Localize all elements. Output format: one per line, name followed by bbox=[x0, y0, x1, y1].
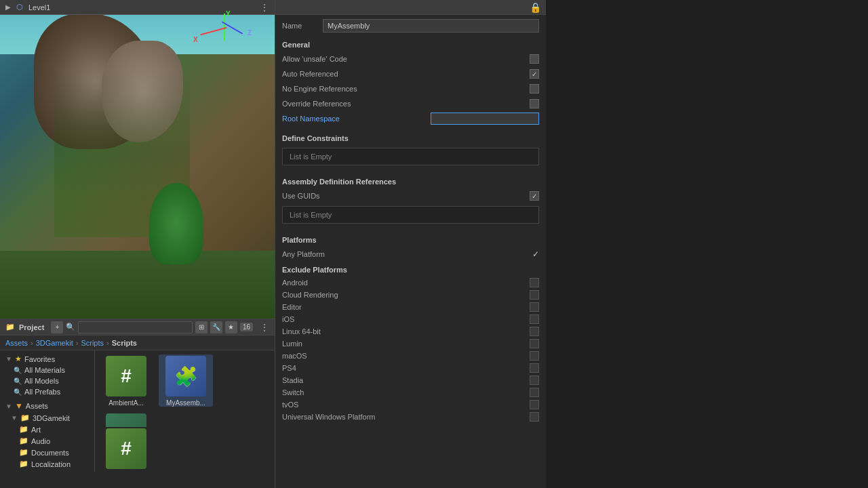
layout-icon[interactable]: ⊞ bbox=[195, 321, 208, 333]
ios-checkbox[interactable] bbox=[530, 314, 539, 324]
linux-checkbox[interactable] bbox=[530, 327, 539, 336]
breadcrumb-sep1: › bbox=[31, 339, 33, 347]
platform-ios: iOS bbox=[275, 313, 546, 325]
override-refs-row: Override References bbox=[275, 96, 546, 111]
file-soundtrack[interactable]: # SoundTrack bbox=[99, 412, 153, 427]
breadcrumb-scripts1[interactable]: Scripts bbox=[81, 339, 104, 347]
platforms-header: Platforms bbox=[275, 232, 546, 247]
search-small-icon2: 🔍 bbox=[14, 378, 22, 385]
editor-label: Editor bbox=[282, 303, 530, 311]
platform-lumin: Lumin bbox=[275, 338, 546, 350]
no-engine-checkbox[interactable] bbox=[530, 84, 539, 94]
ambient-label: AmbientA... bbox=[108, 399, 144, 407]
platform-switch: Switch bbox=[275, 386, 546, 399]
project-title: Project bbox=[19, 323, 44, 331]
myassembly-label: MyAssemb... bbox=[166, 399, 205, 407]
all-models-label: All Models bbox=[24, 377, 59, 385]
android-checkbox[interactable] bbox=[530, 278, 539, 287]
favorites-arrow: ▼ bbox=[5, 355, 12, 363]
general-section-header: General bbox=[275, 37, 546, 52]
tvos-label: tvOS bbox=[282, 401, 530, 409]
breadcrumb-assets[interactable]: Assets bbox=[5, 339, 28, 347]
package-folder-icon: 📁 bbox=[19, 471, 28, 472]
lock-button[interactable]: 🔒 bbox=[528, 1, 542, 14]
name-label: Name bbox=[282, 22, 323, 30]
assets-arrow: ▼ bbox=[5, 403, 12, 410]
file-ambient[interactable]: # AmbientA... bbox=[99, 354, 153, 407]
macos-checkbox[interactable] bbox=[530, 351, 539, 361]
scene-menu-icon[interactable]: ⋮ bbox=[260, 2, 269, 13]
package-folder[interactable]: 📁 Package bbox=[0, 470, 94, 472]
platform-uwp: Universal Windows Platform bbox=[275, 411, 546, 423]
no-engine-row: No Engine References bbox=[275, 81, 546, 96]
scene-expand-icon[interactable]: ▶ bbox=[5, 3, 11, 11]
root-namespace-input[interactable] bbox=[431, 113, 539, 125]
all-materials-item[interactable]: 🔍 All Materials bbox=[0, 365, 94, 375]
documents-folder-icon: 📁 bbox=[19, 448, 28, 457]
search-input[interactable] bbox=[78, 321, 193, 333]
project-menu-icon[interactable]: ⋮ bbox=[260, 322, 269, 333]
bookmark-icon[interactable]: ★ bbox=[225, 321, 237, 333]
search-small-icon3: 🔍 bbox=[14, 388, 22, 396]
add-button[interactable]: + bbox=[51, 321, 63, 333]
tvos-checkbox[interactable] bbox=[530, 400, 539, 409]
audio-folder[interactable]: 📁 Audio bbox=[0, 435, 94, 447]
stadia-checkbox[interactable] bbox=[530, 375, 539, 385]
use-guids-row: Use GUIDs bbox=[275, 188, 546, 203]
favorites-label: Favorites bbox=[24, 355, 55, 363]
all-models-item[interactable]: 🔍 All Models bbox=[0, 375, 94, 386]
search-icon: 🔍 bbox=[66, 323, 75, 331]
platform-ps4: PS4 bbox=[275, 362, 546, 374]
name-input[interactable] bbox=[323, 19, 539, 33]
auto-referenced-row: Auto Referenced bbox=[275, 66, 546, 81]
file-myassembly[interactable]: 🧩 MyAssemb... bbox=[159, 354, 213, 407]
all-prefabs-item[interactable]: 🔍 All Prefabs bbox=[0, 386, 94, 397]
uwp-checkbox[interactable] bbox=[530, 412, 539, 422]
localization-label: Localization bbox=[31, 460, 71, 468]
3dgamekit-label: 3DGamekit bbox=[33, 414, 70, 422]
cloud-checkbox[interactable] bbox=[530, 290, 539, 300]
documents-label: Documents bbox=[31, 449, 69, 457]
documents-folder[interactable]: 📁 Documents bbox=[0, 447, 94, 458]
ios-label: iOS bbox=[282, 315, 530, 323]
root-namespace-label: Root Namespace bbox=[282, 115, 431, 123]
localization-folder-icon: 📁 bbox=[19, 460, 28, 468]
all-prefabs-label: All Prefabs bbox=[24, 388, 60, 396]
editor-checkbox[interactable] bbox=[530, 302, 539, 312]
platform-android: Android bbox=[275, 277, 546, 289]
ps4-label: PS4 bbox=[282, 364, 530, 372]
assets-folder[interactable]: ▼ ▼ Assets bbox=[0, 400, 94, 412]
exclude-platforms-header: Exclude Platforms bbox=[275, 262, 546, 277]
define-constraints-empty: List is Empty bbox=[282, 148, 539, 165]
platform-editor: Editor bbox=[275, 301, 546, 313]
use-guids-checkbox[interactable] bbox=[530, 191, 539, 201]
breadcrumb-scripts2: Scripts bbox=[112, 339, 137, 347]
filter-icon[interactable]: 🔧 bbox=[210, 321, 222, 333]
any-platform-label: Any Platform bbox=[282, 250, 417, 258]
3dgamekit-folder[interactable]: ▼ 📁 3DGamekit bbox=[0, 412, 94, 424]
auto-referenced-checkbox[interactable] bbox=[530, 69, 539, 79]
allow-unsafe-row: Allow 'unsafe' Code bbox=[275, 52, 546, 66]
art-folder[interactable]: 📁 Art bbox=[0, 424, 94, 435]
define-constraints-header: Define Constraints bbox=[275, 130, 546, 145]
android-label: Android bbox=[282, 279, 530, 287]
allow-unsafe-checkbox[interactable] bbox=[530, 54, 539, 64]
lumin-checkbox[interactable] bbox=[530, 339, 539, 348]
assets-folder-icon: ▼ bbox=[15, 401, 23, 411]
breadcrumb-3dgamekit[interactable]: 3DGamekit bbox=[36, 339, 73, 347]
override-refs-checkbox[interactable] bbox=[530, 99, 539, 108]
localization-folder[interactable]: 📁 Localization bbox=[0, 458, 94, 470]
assets-label: Assets bbox=[26, 402, 48, 410]
no-engine-label: No Engine References bbox=[282, 85, 417, 93]
file-bottom[interactable]: # bbox=[99, 427, 153, 472]
lumin-label: Lumin bbox=[282, 340, 530, 348]
search-small-icon: 🔍 bbox=[14, 367, 22, 374]
use-guids-label: Use GUIDs bbox=[282, 192, 417, 200]
bottom-hash-icon: # bbox=[121, 438, 132, 460]
ps4-checkbox[interactable] bbox=[530, 363, 539, 373]
breadcrumb-sep2: › bbox=[76, 339, 79, 347]
favorites-folder[interactable]: ▼ ★ Favorites bbox=[0, 353, 94, 365]
3dgamekit-folder-icon: 📁 bbox=[20, 413, 30, 422]
override-refs-label: Override References bbox=[282, 100, 417, 108]
switch-checkbox[interactable] bbox=[530, 388, 539, 397]
